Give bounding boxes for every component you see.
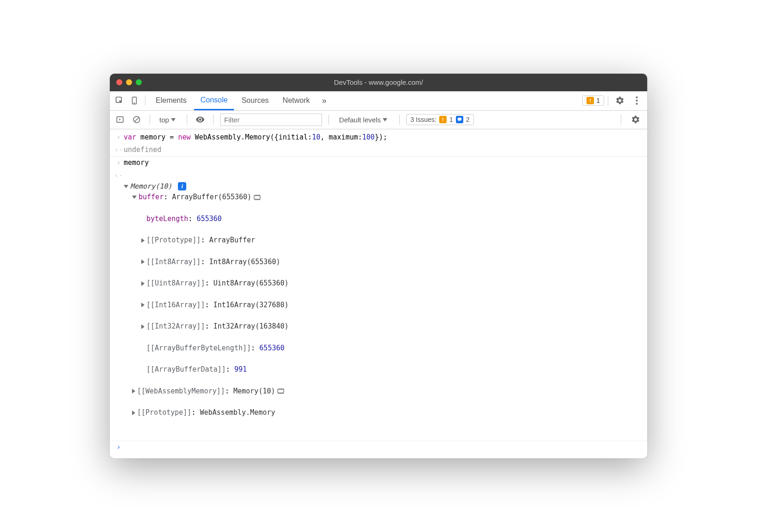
output-marker: ‹· (114, 171, 124, 440)
live-expression-icon[interactable] (194, 113, 207, 126)
property-name: [[WebAssemblyMemory]] (137, 387, 225, 395)
object-header[interactable]: Memory(10) (130, 182, 172, 190)
info-icon (456, 116, 463, 123)
context-label: top (159, 116, 169, 124)
output-marker: ‹· (114, 145, 124, 155)
device-toolbar-icon[interactable] (127, 94, 141, 108)
titlebar: DevTools - www.google.com/ (110, 74, 647, 91)
output-value: undefined (124, 145, 643, 155)
property-name: buffer (139, 193, 164, 201)
console-output: › var memory = new WebAssembly.Memory({i… (110, 129, 647, 458)
property-value[interactable]: Uint8Array(655360) (214, 279, 289, 287)
memory-inspector-icon[interactable] (253, 194, 261, 201)
console-toolbar: top Default levels 3 Issues: ! 1 2 (110, 111, 647, 129)
console-settings-icon[interactable] (628, 115, 643, 124)
log-levels-selector[interactable]: Default levels (335, 116, 393, 124)
console-input-row[interactable]: › memory (110, 157, 647, 169)
chevron-down-icon (383, 118, 387, 121)
info-badge-icon[interactable]: i (178, 182, 186, 190)
clear-console-icon[interactable] (130, 113, 143, 126)
property-value[interactable]: Int8Array(655360) (209, 258, 280, 266)
code-line: var memory = new WebAssembly.Memory({ini… (124, 132, 643, 143)
issues-label: 3 Issues: (410, 116, 436, 123)
property-name: byteLength (146, 215, 188, 223)
property-value[interactable]: Memory(10) (233, 387, 275, 395)
memory-inspector-icon[interactable] (277, 388, 284, 394)
property-name: [[Int16Array]] (146, 301, 205, 309)
input-marker: › (114, 132, 124, 143)
prompt-marker: › (114, 442, 124, 453)
property-value[interactable]: Int16Array(327680) (214, 301, 289, 309)
chevron-down-icon (171, 118, 176, 121)
separator (399, 114, 400, 125)
separator (213, 114, 214, 125)
more-tabs-icon[interactable]: » (317, 94, 331, 108)
svg-marker-7 (120, 119, 121, 121)
context-selector[interactable]: top (157, 115, 180, 125)
property-value[interactable]: Int32Array(163840) (214, 322, 289, 330)
property-name: [[Prototype]] (137, 408, 191, 417)
sidebar-toggle-icon[interactable] (114, 113, 126, 126)
expand-toggle-icon[interactable] (141, 260, 145, 264)
issues-counter[interactable]: 3 Issues: ! 1 2 (406, 114, 474, 125)
minimize-window-button[interactable] (126, 79, 132, 85)
traffic-lights (116, 79, 142, 85)
separator (150, 114, 150, 125)
separator (621, 114, 621, 125)
expand-toggle-icon[interactable] (141, 324, 145, 329)
svg-rect-11 (254, 196, 260, 199)
property-name: [[ArrayBufferData]] (146, 365, 226, 374)
property-value: 655360 (196, 215, 221, 223)
property-value[interactable]: ArrayBuffer (209, 236, 255, 244)
tab-network[interactable]: Network (276, 91, 316, 110)
expand-toggle-icon[interactable] (132, 196, 137, 199)
settings-icon[interactable] (612, 96, 628, 105)
svg-point-4 (636, 100, 637, 101)
zoom-window-button[interactable] (136, 79, 142, 85)
devtools-window: DevTools - www.google.com/ Elements Cons… (110, 74, 647, 458)
tab-elements[interactable]: Elements (149, 91, 193, 110)
warnings-count: 1 (596, 97, 600, 104)
object-tree[interactable]: Memory(10) i buffer: ArrayBuffer(655360)… (124, 171, 643, 440)
warnings-badge[interactable]: ! 1 (582, 95, 604, 106)
separator (145, 95, 145, 106)
property-name: [[Int32Array]] (146, 322, 205, 330)
property-name: [[Int8Array]] (146, 258, 201, 266)
property-value: 655360 (259, 344, 284, 352)
levels-label: Default levels (339, 116, 381, 124)
console-input-row[interactable]: › var memory = new WebAssembly.Memory({i… (110, 131, 647, 144)
svg-line-9 (135, 118, 139, 122)
expand-toggle-icon[interactable] (141, 238, 145, 243)
warning-icon: ! (587, 97, 594, 104)
code-line: memory (124, 158, 643, 168)
input-marker: › (114, 158, 124, 168)
window-title: DevTools - www.google.com/ (110, 78, 647, 86)
svg-rect-10 (458, 118, 461, 120)
property-name: [[Uint8Array]] (146, 279, 205, 287)
property-value[interactable]: ArrayBuffer(655360) (172, 193, 252, 201)
separator (328, 114, 329, 125)
expand-toggle-icon[interactable] (132, 411, 135, 415)
warning-icon: ! (439, 116, 447, 123)
filter-input[interactable] (220, 114, 322, 126)
console-prompt[interactable]: › (110, 441, 647, 454)
expand-toggle-icon[interactable] (141, 281, 145, 286)
console-output-row: ‹· Memory(10) i buffer: ArrayBuffer(6553… (110, 170, 647, 441)
kebab-menu-icon[interactable] (629, 96, 644, 105)
property-name: [[Prototype]] (146, 236, 201, 244)
tab-bar: Elements Console Sources Network » ! 1 (110, 91, 647, 111)
svg-rect-20 (278, 389, 284, 393)
expand-toggle-icon[interactable] (124, 185, 128, 188)
tab-sources[interactable]: Sources (235, 91, 275, 110)
prompt-input[interactable] (124, 442, 643, 453)
expand-toggle-icon[interactable] (132, 389, 135, 393)
separator (187, 114, 187, 125)
issues-warn-count: 1 (449, 116, 453, 123)
close-window-button[interactable] (116, 79, 122, 85)
property-value[interactable]: WebAssembly.Memory (200, 408, 275, 417)
property-name: [[ArrayBufferByteLength]] (146, 344, 251, 352)
svg-point-5 (636, 103, 637, 105)
inspect-element-icon[interactable] (113, 94, 126, 108)
expand-toggle-icon[interactable] (141, 303, 145, 307)
tab-console[interactable]: Console (194, 91, 234, 110)
